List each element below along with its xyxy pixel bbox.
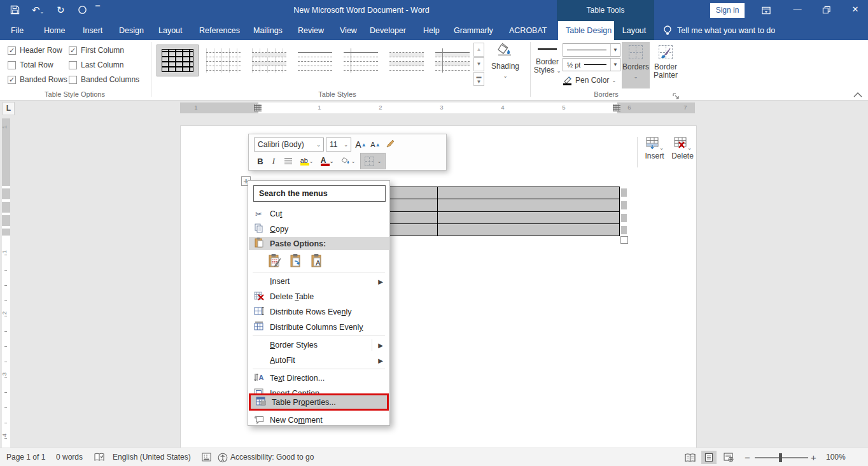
vertical-ruler[interactable]: 1 1 2 3 4 xyxy=(2,118,10,448)
tab-layout-table-tools[interactable]: Layout xyxy=(614,21,654,40)
menu-item-distribute-columns[interactable]: Distribute Columns Evenly xyxy=(249,320,389,335)
paste-keep-source-formatting-button[interactable] xyxy=(267,253,284,269)
tab-table-design-active[interactable]: Table Design xyxy=(558,21,619,40)
menu-item-table-properties[interactable]: Table Properties... xyxy=(249,393,389,411)
close-button[interactable]: ✕ xyxy=(849,4,862,17)
format-painter-button[interactable] xyxy=(383,138,397,152)
checkbox-first-column[interactable]: ✓ First Column xyxy=(69,45,124,55)
font-size-dropdown[interactable]: 11 ⌄ xyxy=(326,138,351,152)
delete-cells-button[interactable]: ⌄ Delete xyxy=(669,137,696,169)
table-style-thumbnail[interactable] xyxy=(340,45,382,76)
save-button[interactable] xyxy=(10,5,20,18)
menu-item-insert[interactable]: Insert ▶ xyxy=(249,274,389,289)
shrink-font-button[interactable]: A▲ xyxy=(368,138,382,152)
menu-item-cut[interactable]: ✂ Cut xyxy=(249,206,389,222)
table-column-marker-icon[interactable] xyxy=(254,104,262,111)
borders-button[interactable]: Borders ⌄ xyxy=(622,42,650,88)
pen-color-button[interactable]: Pen Color ⌄ xyxy=(563,73,620,87)
search-menus-input[interactable]: Search the menus xyxy=(253,185,386,202)
menu-item-delete-table[interactable]: Delete Table xyxy=(249,289,389,304)
checkbox-banded-rows[interactable]: ✓ Banded Rows xyxy=(8,74,67,85)
word-count[interactable]: 0 words xyxy=(56,448,83,466)
tab-home[interactable]: Home xyxy=(44,21,65,40)
accessibility-status[interactable]: Accessibility: Good to go xyxy=(230,448,314,466)
table-column-marker-icon[interactable] xyxy=(613,104,620,111)
table-style-thumbnail-selected[interactable] xyxy=(157,45,199,76)
text-highlight-button[interactable]: ab⌄ xyxy=(297,154,316,168)
horizontal-ruler[interactable]: 1 1 2 3 4 5 6 7 xyxy=(180,102,695,113)
tab-stop-selector[interactable]: L xyxy=(3,102,15,115)
italic-button[interactable]: I xyxy=(268,154,279,168)
zoom-slider-handle[interactable] xyxy=(779,453,782,462)
table-style-thumbnail[interactable] xyxy=(294,45,336,76)
menu-item-distribute-rows[interactable]: Distribute Rows Evenly xyxy=(249,304,389,320)
checkbox-header-row[interactable]: ✓ Header Row xyxy=(8,45,62,55)
tell-me-box[interactable]: Tell me what you want to do xyxy=(663,21,775,40)
tab-insert[interactable]: Insert xyxy=(83,21,102,40)
border-painter-button[interactable]: BorderPainter xyxy=(651,42,680,88)
line-style-dropdown[interactable]: ▼ xyxy=(563,43,620,57)
tab-design[interactable]: Design xyxy=(119,21,144,40)
tab-grammarly[interactable]: Grammarly xyxy=(454,21,493,40)
gallery-more-button[interactable]: ▬▼ xyxy=(473,72,484,86)
borders-mini-button[interactable]: ⌄ xyxy=(360,153,386,169)
read-mode-button[interactable] xyxy=(682,451,697,464)
tab-acrobat[interactable]: ACROBAT xyxy=(509,21,547,40)
web-layout-button[interactable] xyxy=(721,451,736,464)
tab-developer[interactable]: Developer xyxy=(370,21,406,40)
tab-review[interactable]: Review xyxy=(298,21,324,40)
feedback-comment-icon[interactable] xyxy=(852,45,864,58)
checkbox-banded-columns[interactable]: Banded Columns xyxy=(69,74,139,85)
zoom-in-button[interactable]: + xyxy=(811,448,816,466)
checkbox-last-column[interactable]: Last Column xyxy=(69,60,123,70)
restore-button[interactable] xyxy=(820,6,832,18)
shading-button[interactable]: Shading ⌄ xyxy=(487,42,523,88)
font-name-dropdown[interactable]: Calibri (Body) ⌄ xyxy=(254,138,324,152)
table-resize-handle[interactable] xyxy=(620,236,628,244)
proofing-icon[interactable] xyxy=(94,453,105,464)
menu-item-autofit[interactable]: AutoFit ▶ xyxy=(249,353,389,368)
sign-in-button[interactable]: Sign in xyxy=(710,3,745,18)
menu-item-new-comment[interactable]: New Comment xyxy=(249,413,389,428)
dialog-launcher-icon[interactable] xyxy=(673,91,680,99)
tab-view[interactable]: View xyxy=(340,21,357,40)
menu-item-border-styles[interactable]: Border Styles ▶ xyxy=(249,337,389,353)
paste-keep-text-only-button[interactable]: A xyxy=(309,253,326,269)
circle-icon[interactable] xyxy=(78,5,87,18)
tab-mailings[interactable]: Mailings xyxy=(253,21,283,40)
table-style-thumbnail[interactable] xyxy=(248,45,290,76)
macro-recording-icon[interactable] xyxy=(202,453,211,463)
tab-file[interactable]: File xyxy=(11,21,24,40)
bold-button[interactable]: B xyxy=(254,154,267,168)
shading-mini-button[interactable]: ⌄ xyxy=(338,154,358,168)
tab-layout[interactable]: Layout xyxy=(158,21,183,40)
table-style-thumbnail[interactable] xyxy=(386,45,428,76)
collapse-ribbon-chevron-icon[interactable] xyxy=(853,90,864,99)
table-style-thumbnail[interactable] xyxy=(202,45,244,76)
minimize-button[interactable]: — xyxy=(791,4,804,17)
gallery-scroll-down-button[interactable]: ▼ xyxy=(473,57,484,71)
print-layout-button[interactable] xyxy=(701,451,717,464)
table-style-thumbnail[interactable] xyxy=(431,45,473,76)
page-indicator[interactable]: Page 1 of 1 xyxy=(6,448,45,466)
insert-cells-button[interactable]: ⌄ Insert xyxy=(641,137,668,169)
undo-button[interactable]: ↶⌄ xyxy=(32,4,44,18)
grow-font-button[interactable]: A▲ xyxy=(354,138,368,152)
font-color-button[interactable]: A⌄ xyxy=(318,154,337,168)
zoom-out-button[interactable]: − xyxy=(745,448,750,466)
checkbox-total-row[interactable]: Total Row xyxy=(8,60,53,70)
line-weight-dropdown[interactable]: ½ pt ▼ xyxy=(563,58,620,71)
tab-references[interactable]: References xyxy=(199,21,240,40)
accessibility-icon[interactable] xyxy=(218,453,228,465)
menu-item-text-direction[interactable]: A Text Direction... xyxy=(249,371,389,386)
language-indicator[interactable]: English (United States) xyxy=(113,448,191,466)
tab-help[interactable]: Help xyxy=(423,21,440,40)
redo-button[interactable]: ↻ xyxy=(57,4,65,17)
menu-item-copy[interactable]: Copy xyxy=(249,222,389,237)
ribbon-display-options-button[interactable] xyxy=(761,6,771,18)
gallery-scroll-up-button[interactable]: ▲ xyxy=(473,43,484,57)
paste-merge-formatting-button[interactable] xyxy=(288,253,305,269)
alignment-icon[interactable] xyxy=(281,154,296,168)
border-styles-button[interactable]: BorderStyles ⌄ xyxy=(533,42,561,88)
zoom-level[interactable]: 100% xyxy=(826,448,846,466)
